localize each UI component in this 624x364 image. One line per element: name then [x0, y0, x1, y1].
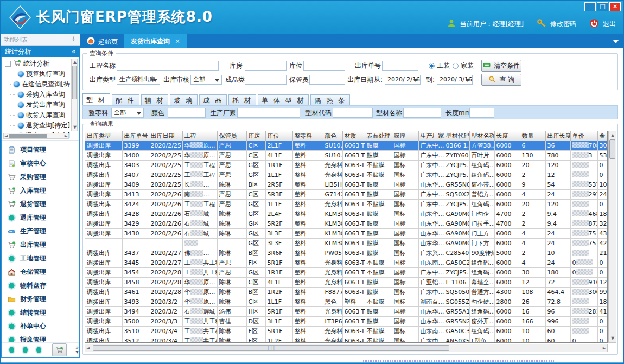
tree-item[interactable]: 收货入库查询: [5, 110, 70, 120]
sidebar-item-补单中心[interactable]: 补单中心: [2, 320, 79, 333]
column-header[interactable]: 单价: [570, 131, 597, 141]
module-cart-button[interactable]: [52, 343, 67, 356]
minimize-button[interactable]: –: [584, 2, 596, 11]
project-name-input[interactable]: [117, 61, 219, 71]
length-input[interactable]: [469, 108, 494, 118]
table-row[interactable]: 调拨出库34452020/2/27工共工程严思F区5R1F整料光身料6063-T…: [85, 258, 608, 268]
column-header[interactable]: 表面处理: [365, 131, 392, 141]
material-tab-单体型材[interactable]: 单 体 型 材: [258, 94, 309, 105]
profile-name-input[interactable]: [403, 108, 441, 118]
column-header[interactable]: 长度: [494, 131, 520, 141]
date-to-picker[interactable]: 2020/ 3/16: [437, 75, 473, 85]
module-dot-icon[interactable]: [9, 347, 14, 353]
column-header[interactable]: 库房: [246, 131, 265, 141]
profile-code-input[interactable]: [333, 108, 373, 118]
tree-root[interactable]: − 统计分析: [5, 59, 70, 69]
tree-item[interactable]: 采购入库查询: [5, 90, 70, 100]
table-row[interactable]: 调拨出库33992020/2/25华原…严思C区2L1F整料SU10…6063-…: [85, 141, 608, 151]
out-type-combo[interactable]: 生产领料出库: [117, 75, 160, 85]
column-header[interactable]: 膜厚: [392, 131, 418, 141]
column-header[interactable]: 工程: [182, 131, 217, 141]
column-header[interactable]: 出库单号: [122, 131, 149, 141]
maximize-button[interactable]: □: [597, 2, 608, 11]
sidebar-item-财务管理[interactable]: 财务管理: [2, 292, 79, 306]
table-row[interactable]: 调拨出库34612020/2/28华原…陈琳B区1R2F整料F8877FT606…: [85, 288, 608, 297]
tree-vertical-scrollbar[interactable]: ▲ ▼: [71, 59, 78, 131]
tab-home[interactable]: 起始页: [80, 35, 124, 48]
column-header[interactable]: 出库日期: [149, 131, 182, 141]
column-header[interactable]: 颜色: [323, 131, 342, 141]
column-header[interactable]: 整零料: [292, 131, 323, 141]
table-row[interactable]: 调拨出库34032020/2/25工工程严思G区1R1F整料光身料6063-T5…: [85, 161, 608, 170]
column-header[interactable]: 型材代码: [444, 131, 469, 141]
table-row[interactable]: 调拨出库35102020/3/4工共工程陈琳F区5R1F整料光身料6063-T5…: [85, 327, 608, 336]
warehouse-input[interactable]: [245, 61, 287, 71]
table-row[interactable]: 调拨出库34072020/2/25工工程严思G区1L1F整料光身料6063-T5…: [85, 170, 608, 180]
sidebar-item-仓储管理[interactable]: 仓储管理: [2, 265, 79, 279]
table-row[interactable]: 调拨出库34292020/2/26石城陈琳G区5R2F整料KLM38176063…: [85, 219, 608, 229]
sidebar-item-入库管理[interactable]: 入库管理: [2, 184, 79, 197]
table-row[interactable]: 调拨出库35122020/3/4工共工程陈琳F区1L2F整料光身料6063-T5…: [85, 336, 608, 343]
material-tab-隔热条[interactable]: 隔 热 条: [310, 94, 350, 105]
table-row[interactable]: 调拨出库34092020/2/25长…陈琳B区2R5F整料LI35HO6063-…: [85, 180, 608, 190]
sidebar-item-工地管理[interactable]: 工地管理: [2, 252, 79, 265]
table-row[interactable]: 调拨出库34372020/2/27佛…陈琳B区3R6F整料PW056063-T5…: [85, 248, 608, 258]
table-row[interactable]: 调拨出库34302020/2/26石城陈琳G区3L3F整料KLM38176063…: [85, 229, 608, 239]
tree-expander-icon[interactable]: −: [5, 61, 11, 67]
color-input[interactable]: [168, 108, 206, 118]
date-from-picker[interactable]: 2020/ 2/16: [385, 75, 421, 85]
module-dot-icon[interactable]: [36, 347, 41, 353]
table-row[interactable]: 调拨出库34132020/2/26南…严思C区5R3F整料G714226063-…: [85, 190, 608, 200]
more-modules-icon[interactable]: »▾: [75, 346, 79, 354]
tree-item[interactable]: 发货出库查询: [5, 100, 70, 110]
column-header[interactable]: 型材名称: [469, 131, 494, 141]
tab-close-icon[interactable]: ×: [175, 37, 180, 45]
product-type-input[interactable]: [245, 75, 287, 85]
radio-gongzhuang[interactable]: 工装: [429, 61, 450, 71]
radio-jiazhuang[interactable]: 家装: [453, 61, 474, 71]
results-table[interactable]: 出库类型出库单号出库日期工程保管员库房库位整零料颜色材质表面处理膜厚生产厂家型材…: [85, 131, 608, 343]
column-header[interactable]: 金: [597, 131, 608, 141]
tree-item[interactable]: 在途信息查询[待: [5, 79, 70, 90]
vendor-input[interactable]: [237, 108, 300, 118]
collapse-icon[interactable]: «: [72, 48, 75, 55]
module-dot-icon[interactable]: [23, 347, 28, 353]
close-button[interactable]: ×: [609, 2, 621, 11]
column-header[interactable]: 出库长度: [545, 131, 570, 141]
tree-item[interactable]: 预算执行查询: [5, 69, 70, 79]
table-vertical-scrollbar[interactable]: ▲ ▼: [608, 131, 616, 343]
table-row[interactable]: 调拨出库34582020/2/28华原…陈琳C区4L1F整料光身料6063-T5…: [85, 278, 608, 288]
table-row[interactable]: 调拨出库34282020/2/26石城陈琳G区2L4F整料KLM38176063…: [85, 209, 608, 219]
clear-conditions-button[interactable]: 清空条件: [481, 60, 521, 72]
material-tab-耗材[interactable]: 耗 材: [228, 94, 256, 105]
sidebar-item-项目管理[interactable]: 项目管理: [2, 143, 79, 157]
sidebar-item-退货管理[interactable]: 退货管理: [2, 197, 79, 211]
table-row[interactable]: 调拨出库34542020/2/28工共工程严思G区1R1F整料光身料6063-T…: [85, 268, 608, 278]
change-password-link[interactable]: 修改密码: [550, 20, 576, 29]
keeper-input[interactable]: [309, 75, 345, 85]
table-horizontal-scrollbar[interactable]: ◄ ►: [85, 344, 608, 352]
sidebar-item-报废管理[interactable]: 报废管理: [2, 333, 79, 342]
pin-icon[interactable]: [71, 36, 77, 43]
column-header[interactable]: 数量: [520, 131, 545, 141]
tree-horizontal-scrollbar[interactable]: ◄ ►: [3, 133, 69, 139]
sidebar-item-物料盘存[interactable]: 物料盘存: [2, 279, 79, 292]
location-input[interactable]: [303, 61, 345, 71]
order-no-input[interactable]: [382, 61, 418, 71]
table-row[interactable]: 调拨出库34242020/2/26工工程严思G区1L1F整料光身料6063-T5…: [85, 200, 608, 209]
material-tab-型材[interactable]: 型 材: [82, 93, 110, 105]
material-tab-玻璃[interactable]: 玻 璃: [170, 94, 198, 105]
material-tab-配件[interactable]: 配 件: [112, 94, 139, 105]
whole-part-combo[interactable]: 全部: [111, 108, 144, 118]
logout-link[interactable]: 退出: [603, 20, 616, 29]
material-tab-成品[interactable]: 成 品: [199, 94, 227, 105]
column-header[interactable]: 保管员: [217, 131, 246, 141]
group-header[interactable]: 统计分析 «: [1, 46, 80, 58]
table-row[interactable]: 调拨出库34942020/3/2石辉城汤伟H区5R1F整料光身料6063-T5贴…: [85, 307, 608, 317]
table-row[interactable]: G区3L3F整料KLM38176063-T5贴膜国标山东华…GA90M09.门下…: [85, 239, 608, 248]
sidebar-item-生产管理[interactable]: 生产管理: [2, 225, 79, 238]
sidebar-item-结转管理[interactable]: 结转管理: [2, 306, 79, 320]
column-header[interactable]: 出库类型: [85, 131, 122, 141]
sidebar-item-采购管理[interactable]: 采购管理: [2, 170, 79, 184]
tab-shipment-query[interactable]: 发货出库查询 ×: [124, 34, 187, 48]
